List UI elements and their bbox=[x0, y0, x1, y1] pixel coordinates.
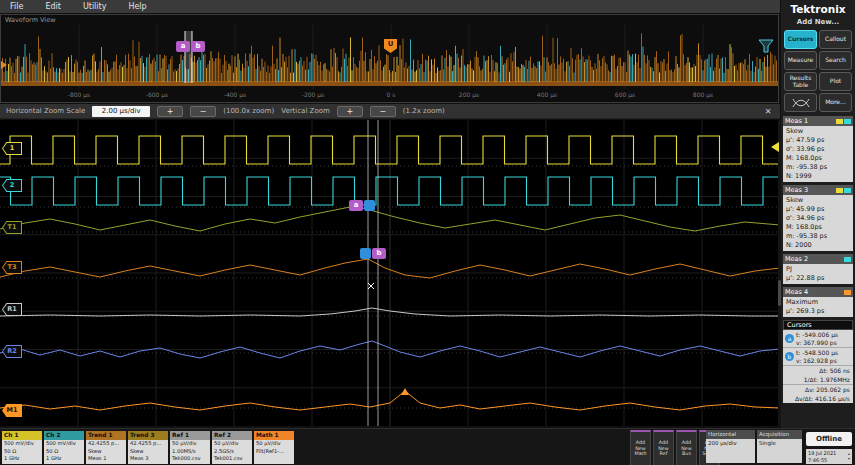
waveform-overview[interactable]: Waveform View -800 µs-600 µs-400 µs-200 … bbox=[0, 14, 779, 103]
channel-badge-details: 50 µV/div2.5GS/sTek001.csv bbox=[212, 440, 252, 464]
channel-badge-details: 42.4255 p...SkewMeas 3 bbox=[128, 440, 168, 464]
more-button[interactable]: More... bbox=[819, 93, 852, 112]
horizontal-panel-value: 200 µs/div bbox=[706, 439, 755, 463]
meas-value-line: Skew bbox=[786, 196, 850, 205]
channel-badge-ch-1[interactable]: Ch 1500 mV/div50 Ω1 GHz bbox=[2, 431, 42, 464]
cursors-panel-body: a t: -549.006 µs v: 367.990 ps b t: -548… bbox=[783, 330, 853, 403]
meas-panel-meas-1[interactable]: Meas 1Skewµ': 47.59 psσ': 33.96 psM: 168… bbox=[783, 116, 853, 182]
results-table-button[interactable]: Results Table bbox=[784, 72, 817, 91]
cursor-b-value: v: 162.928 ps bbox=[796, 357, 838, 365]
meas-value-line: µ': 22.88 ps bbox=[786, 274, 850, 283]
meas-panel-meas-3[interactable]: Meas 3Skewµ': 45.99 psσ': 34.96 psM: 168… bbox=[783, 185, 853, 251]
slope-readout: Δv/Δt: 416.16 µs/s bbox=[783, 394, 853, 403]
menu-help[interactable]: Help bbox=[128, 2, 146, 11]
cursor-a-value: v: 367.990 ps bbox=[796, 339, 838, 347]
meas-value-line: N: 1999 bbox=[786, 172, 850, 181]
overview-time-label: -200 µs bbox=[302, 91, 324, 98]
channel-badge-line: 500 mV/div bbox=[4, 440, 40, 448]
source-swatch bbox=[836, 119, 843, 124]
channel-badge-details: 500 mV/div50 Ω1 GHz bbox=[44, 440, 84, 464]
datetime-display[interactable]: 19 Jul 2021 7:46:55 ▴▾ bbox=[806, 449, 852, 464]
measure-button[interactable]: Measure bbox=[784, 51, 817, 70]
meas-panel-title: Meas 1 bbox=[785, 117, 808, 125]
meas-value-line: N: 2000 bbox=[786, 241, 850, 250]
channel-badge-title: Trend 3 bbox=[128, 431, 168, 440]
close-zoom-icon[interactable]: ✕ bbox=[762, 107, 774, 116]
channel-badge-line: 50 µV/div bbox=[214, 440, 250, 448]
horizontal-zoom-readout: (100.0x zoom) bbox=[223, 107, 274, 115]
channel-badge-trend-1[interactable]: Trend 142.4255 p...SkewMeas 1 bbox=[86, 431, 126, 464]
meas-source-swatches bbox=[844, 257, 851, 262]
meas-panel-body: Maximumµ': 269.3 ps bbox=[783, 297, 853, 317]
vertical-zoom-readout: (1.2x zoom) bbox=[403, 107, 445, 115]
channel-badge-line: 1 GHz bbox=[4, 455, 40, 463]
cursor-a-time: t: -549.006 µs bbox=[796, 331, 838, 339]
channel-badge-math-1[interactable]: Math 150 µV/divFilt(Ref1-... bbox=[254, 431, 294, 464]
meas-value-line: PJ bbox=[786, 265, 850, 274]
meas-panel-header: Meas 1 bbox=[783, 116, 853, 126]
vertical-zoom-out-button[interactable]: − bbox=[370, 106, 396, 117]
main-cursor-a-handle[interactable]: a bbox=[349, 200, 363, 211]
horizontal-zoom-scale-input[interactable]: 2.00 µs/div bbox=[92, 106, 150, 117]
meas-source-swatches bbox=[836, 119, 851, 124]
channel-badge-line: 50 Ω bbox=[4, 448, 40, 456]
overview-cursor-b-handle[interactable]: b bbox=[191, 41, 205, 52]
acquisition-settings-panel[interactable]: Acquisition Single bbox=[757, 430, 802, 463]
main-cursor-b-handle[interactable]: b bbox=[372, 248, 386, 259]
channel-badge-trend-3[interactable]: Trend 342.4255 p...SkewMeas 3 bbox=[128, 431, 168, 464]
channel-badge-line: Filt(Ref1-... bbox=[256, 448, 292, 456]
channel-badge-title: Ref 2 bbox=[212, 431, 252, 440]
horizontal-zoom-in-button[interactable]: + bbox=[157, 106, 183, 117]
cursor-b-time: t: -548.500 µs bbox=[796, 349, 838, 357]
bottom-bar: Ch 1500 mV/div50 Ω1 GHzCh 2500 mV/div50 … bbox=[0, 428, 855, 465]
meas-value-line: µ': 47.59 ps bbox=[786, 136, 850, 145]
search-filter-icon[interactable] bbox=[758, 39, 774, 53]
channel-badge-ch-2[interactable]: Ch 2500 mV/div50 Ω1 GHz bbox=[44, 431, 84, 464]
channel-badge-title: Ref 1 bbox=[170, 431, 210, 440]
cursors-button[interactable]: Cursors bbox=[784, 30, 817, 49]
meas-panel-meas-4[interactable]: Meas 4Maximumµ': 269.3 ps bbox=[783, 287, 853, 317]
plot-button[interactable]: Plot bbox=[819, 72, 852, 91]
vertical-zoom-in-button[interactable]: + bbox=[337, 106, 363, 117]
meas-panel-meas-2[interactable]: Meas 2PJµ': 22.88 ps bbox=[783, 254, 853, 284]
channel-badge-line: 42.4255 p... bbox=[130, 440, 166, 448]
overview-cursor-a-handle[interactable]: a bbox=[176, 41, 190, 52]
channel-badge-ref-1[interactable]: Ref 150 µV/div1.00MS/sTek000.csv bbox=[170, 431, 210, 464]
search-button[interactable]: Search bbox=[819, 51, 852, 70]
waveform-traces bbox=[0, 120, 780, 426]
meas-panel-body: Skewµ': 47.59 psσ': 33.96 psM: 168.0psm:… bbox=[783, 126, 853, 182]
channel-badge-line: Tek001.csv bbox=[214, 455, 250, 463]
meas-value-line: σ': 34.96 ps bbox=[786, 214, 850, 223]
source-swatch bbox=[844, 119, 851, 124]
horizontal-zoom-out-button[interactable]: − bbox=[190, 106, 216, 117]
menu-edit[interactable]: Edit bbox=[45, 2, 61, 11]
channel-badge-row: Ch 1500 mV/div50 Ω1 GHzCh 2500 mV/div50 … bbox=[2, 431, 294, 464]
overview-time-label: -600 µs bbox=[146, 91, 168, 98]
cursors-results-panel[interactable]: Cursors a t: -549.006 µs v: 367.990 ps b… bbox=[783, 320, 853, 403]
offline-button[interactable]: Offline bbox=[806, 432, 852, 446]
horizontal-settings-panel[interactable]: Horizontal 200 µs/div bbox=[706, 430, 755, 463]
meas-panel-header: Meas 2 bbox=[783, 254, 853, 264]
meas-value-line: Maximum bbox=[786, 298, 850, 307]
channel-badge-line: 50 µV/div bbox=[172, 440, 208, 448]
callout-button[interactable]: Callout bbox=[819, 30, 852, 49]
meas-value-line: M: 168.0ps bbox=[786, 223, 850, 232]
waveform-main-view[interactable]: 12T1T3R1R2M1 a b bbox=[0, 120, 780, 426]
eye-diagram-button[interactable] bbox=[784, 93, 817, 112]
menu-file[interactable]: File bbox=[10, 2, 23, 11]
datetime-stepper-icon[interactable]: ▴▾ bbox=[848, 452, 850, 461]
channel-badge-line: 1.00MS/s bbox=[172, 448, 208, 456]
add-new-ref-button[interactable]: Add New Ref bbox=[653, 430, 674, 465]
menu-bar: File Edit Utility Help bbox=[0, 0, 780, 13]
channel-badge-ref-2[interactable]: Ref 250 µV/div2.5GS/sTek001.csv bbox=[212, 431, 252, 464]
trigger-level-arrow-icon[interactable] bbox=[771, 142, 779, 152]
menu-utility[interactable]: Utility bbox=[83, 2, 107, 11]
overview-title: Waveform View bbox=[5, 16, 56, 24]
main-cursor-link-b-handle[interactable] bbox=[360, 248, 371, 259]
add-new-bus-button[interactable]: Add New Bus bbox=[676, 430, 697, 465]
main-cursor-link-a-handle[interactable] bbox=[364, 200, 375, 211]
meas-value-line: m: -95.38 ps bbox=[786, 232, 850, 241]
delta-t-readout: Δt: 506 ns bbox=[783, 366, 853, 375]
add-new-math-button[interactable]: Add New Math bbox=[630, 430, 651, 465]
meas-panel-title: Meas 4 bbox=[785, 288, 808, 296]
